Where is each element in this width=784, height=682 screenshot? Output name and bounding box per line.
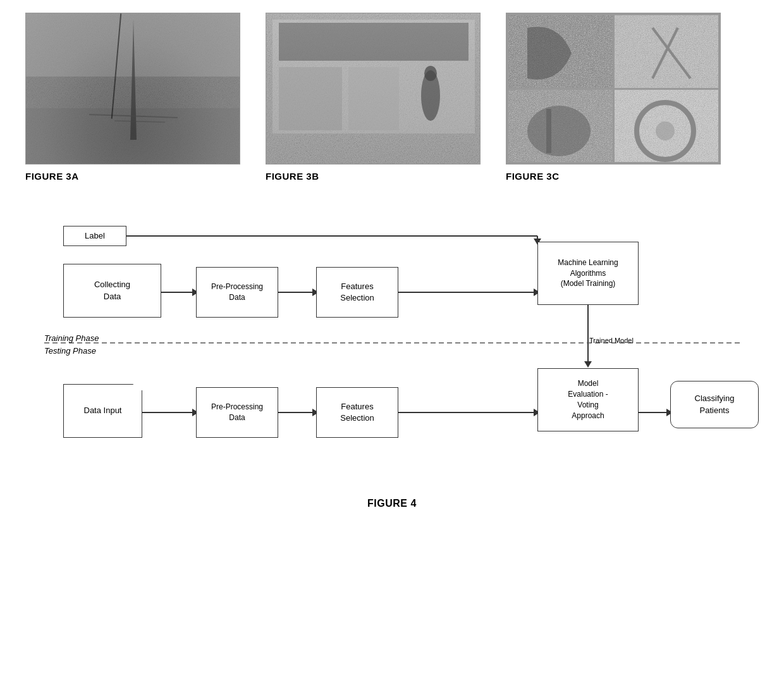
figure-3b: FIGURE 3B	[266, 13, 481, 182]
figure-3a-caption: FIGURE 3A	[25, 171, 79, 182]
figure-3a: FIGURE 3A	[25, 13, 240, 182]
model-evaluation-box: Model Evaluation - Voting Approach	[537, 368, 639, 431]
figure-3c-image	[506, 13, 721, 164]
trained-model-label: Trained Model	[589, 337, 634, 345]
features-selection-test-box: Features Selection	[316, 387, 398, 438]
svg-rect-9	[279, 67, 342, 130]
diagram-section: Training Phase Testing Phase Trained Mod…	[25, 207, 759, 535]
svg-rect-19	[546, 109, 551, 153]
svg-rect-10	[348, 67, 399, 130]
flow-diagram: Training Phase Testing Phase Trained Mod…	[44, 220, 740, 485]
figure-3c-caption: FIGURE 3C	[506, 171, 560, 182]
features-selection-train-box: Features Selection	[316, 267, 398, 318]
figures-row: FIGURE 3A	[25, 13, 759, 182]
figure-3b-image	[266, 13, 481, 164]
label-box: Label	[63, 226, 126, 246]
training-phase-label: Training Phase	[44, 333, 99, 343]
ml-algorithms-box: Machine Learning Algorithms (Model Train…	[537, 242, 639, 305]
testing-phase-label: Testing Phase	[44, 346, 96, 356]
preprocessing-test-box: Pre-Processing Data	[196, 387, 278, 438]
data-input-box: Data Input	[63, 384, 142, 438]
svg-point-22	[656, 121, 675, 140]
diagram-caption: FIGURE 4	[25, 498, 759, 509]
svg-point-18	[527, 106, 591, 156]
figure-3b-caption: FIGURE 3B	[266, 171, 319, 182]
classifying-patients-box: Classifying Patients	[670, 381, 759, 428]
svg-point-12	[424, 66, 437, 81]
collecting-data-box: Collecting Data	[63, 264, 161, 318]
figure-3a-image	[25, 13, 240, 164]
figure-3c: FIGURE 3C	[506, 13, 721, 182]
svg-rect-8	[279, 23, 469, 61]
preprocessing-train-box: Pre-Processing Data	[196, 267, 278, 318]
svg-marker-33	[584, 361, 592, 368]
